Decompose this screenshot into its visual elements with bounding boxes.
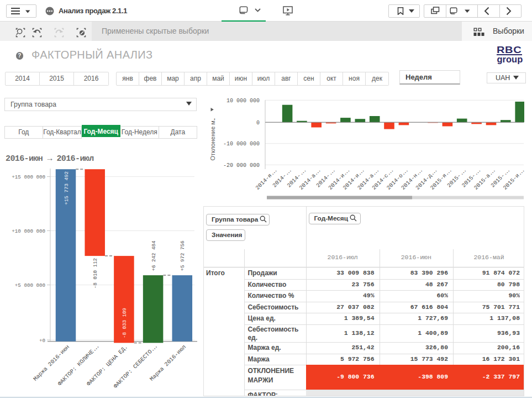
- svg-text:-8 033 109: -8 033 109: [122, 308, 128, 338]
- svg-text:+5 972 756: +5 972 756: [180, 240, 186, 271]
- svg-text:-20 000 000: -20 000 000: [223, 162, 260, 169]
- svg-text:+5 000 000: +5 000 000: [15, 282, 45, 288]
- svg-text:Отклонение м...: Отклонение м...: [209, 118, 216, 160]
- svg-text:+15 773 492: +15 773 492: [64, 171, 70, 205]
- svg-text:+10 000 000: +10 000 000: [12, 228, 45, 234]
- svg-text:+15 000 000: +15 000 000: [12, 174, 45, 180]
- svg-text:+0: +0: [39, 338, 45, 344]
- svg-text:2016-июн → 2016-июл: 2016-июн → 2016-июл: [6, 154, 94, 164]
- svg-text:-8 010 112: -8 010 112: [92, 258, 98, 288]
- svg-text:+6 242 484: +6 242 484: [151, 240, 157, 271]
- svg-text:10 000 000: 10 000 000: [227, 98, 260, 104]
- svg-text:0: 0: [256, 120, 260, 126]
- svg-text:-10 000 000: -10 000 000: [223, 141, 260, 147]
